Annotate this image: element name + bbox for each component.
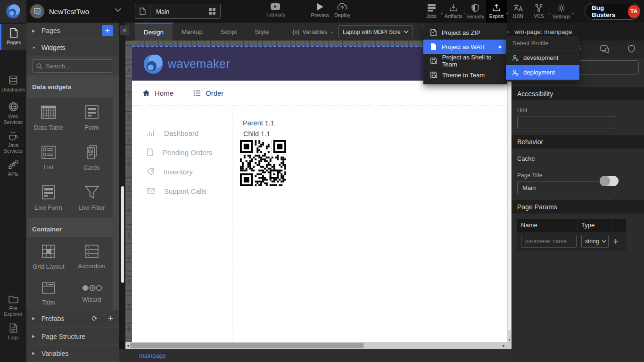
sidenav-dashboard[interactable]: Dashboard	[132, 123, 232, 142]
widget-accordion[interactable]: Accordion	[70, 237, 113, 277]
widget-cards[interactable]: Cards	[70, 138, 113, 178]
wavemaker-logo[interactable]	[0, 0, 26, 23]
design-canvas[interactable]: wavemaker Home Order Dashboard Pending O…	[132, 46, 507, 342]
pages-section-header[interactable]: ▶ Pages +	[26, 23, 119, 39]
tab-design[interactable]: Design	[135, 23, 173, 41]
horizontal-scrollbar-thumb[interactable]	[130, 343, 363, 348]
refresh-prefabs-icon[interactable]: ⟳	[91, 314, 98, 323]
left-rail: Pages Databases Web Services Java Servic…	[0, 23, 26, 362]
selected-widget-title: wm-page: mainpage	[514, 28, 572, 35]
pages-grid-icon[interactable]	[208, 8, 216, 15]
rail-item-logs[interactable]: Logs	[0, 320, 26, 340]
variables-button[interactable]: {x} Variables ⌄	[292, 23, 334, 41]
tutorials-button[interactable]: Tutorials	[260, 3, 290, 17]
tab-style[interactable]: Style	[246, 23, 278, 41]
child-label[interactable]: Child 1.1	[243, 130, 270, 138]
menu-item-project-as-zip[interactable]: Project as ZIP	[423, 25, 507, 40]
param-type-select[interactable]: string	[581, 235, 609, 248]
scroll-right-arrow-icon[interactable]: ▸	[503, 343, 505, 348]
canvas-vertical-scrollbar[interactable]: ▾	[507, 41, 512, 342]
security-menu[interactable]: Security	[464, 0, 486, 23]
sidenav-pending-orders[interactable]: Pending Orders	[132, 143, 232, 162]
widget-data-table[interactable]: Data Table	[27, 98, 70, 138]
widget-live-form[interactable]: Live Form	[27, 178, 70, 218]
widget-search-input[interactable]	[46, 63, 102, 70]
widget-live-filter[interactable]: Live Filter	[70, 178, 113, 218]
shield-icon	[471, 4, 479, 12]
rail-item-apis[interactable]: APIs	[0, 156, 26, 177]
rail-item-web-services[interactable]: Web Services	[0, 98, 26, 125]
profile-development[interactable]: development	[506, 50, 579, 65]
widget-form[interactable]: Form	[70, 98, 113, 138]
param-name-field[interactable]	[521, 235, 577, 248]
settings-menu[interactable]: Settings ⌄	[550, 0, 573, 23]
scroll-down-arrow-icon[interactable]: ▾	[507, 337, 512, 342]
widget-wizard[interactable]: Wizard	[70, 277, 113, 310]
widget-list[interactable]: List	[27, 138, 70, 178]
tab-script[interactable]: Script	[212, 23, 246, 41]
widget-tabs[interactable]: Tabs	[27, 277, 70, 310]
security-shield-icon[interactable]	[628, 45, 635, 53]
i18n-menu[interactable]: I18N	[508, 0, 528, 23]
artifacts-menu[interactable]: Artifacts ⌄	[443, 0, 464, 23]
sidenav-inventory[interactable]: Inventory	[132, 162, 232, 181]
device-select[interactable]: Laptop with MDPI Screen	[339, 25, 413, 38]
panel-divider	[119, 23, 125, 342]
page-structure-section-header[interactable]: ▶ Page Structure	[26, 328, 119, 345]
rail-item-pages[interactable]: Pages	[0, 24, 26, 50]
hint-field[interactable]	[517, 116, 616, 129]
prefabs-section-header[interactable]: ▶ Prefabs ⟳ +	[26, 310, 119, 327]
variables-section-header[interactable]: ▶ Variables	[26, 345, 119, 362]
hint-input[interactable]	[518, 116, 616, 129]
add-param-button[interactable]: +	[613, 236, 619, 247]
add-page-button[interactable]: +	[102, 25, 113, 36]
rail-item-java-services[interactable]: Java Services	[0, 127, 26, 154]
form-icon	[84, 105, 99, 120]
profile-deployment[interactable]: deployment	[506, 65, 579, 80]
menu-item-project-as-shell[interactable]: Project as Shell to Team	[423, 54, 507, 68]
jobs-menu[interactable]: Jobs ⌄	[421, 0, 442, 23]
panel-scrollbar[interactable]	[121, 186, 124, 283]
sidenav-support-calls[interactable]: Support Calls	[132, 181, 232, 200]
vertical-scrollbar-thumb[interactable]	[508, 41, 511, 330]
home-icon	[142, 90, 150, 97]
section-behavior[interactable]: Behavior	[512, 135, 644, 148]
brand-name: wavemaker	[168, 57, 230, 71]
collapse-panel-button[interactable]: «	[120, 25, 129, 35]
page-topnav: Home Order	[132, 81, 507, 106]
list-icon	[41, 145, 57, 159]
menu-item-project-as-war[interactable]: Project as WAR ▶	[423, 40, 507, 54]
section-page-params[interactable]: Page Params	[512, 200, 644, 214]
widget-search[interactable]	[32, 59, 113, 73]
parent-label[interactable]: Parent 1.1	[243, 119, 274, 127]
canvas-horizontal-scrollbar[interactable]: ◂ ▸	[125, 342, 512, 349]
scroll-left-arrow-icon[interactable]: ◂	[127, 343, 129, 348]
rail-item-databases[interactable]: Databases	[0, 72, 26, 92]
nav-home[interactable]: Home	[142, 89, 173, 97]
menu-item-theme-to-team[interactable]: Theme to Team	[423, 68, 507, 82]
team-user-button[interactable]: Bug Busters TA	[585, 3, 640, 20]
project-switcher[interactable]: NewTestTwo	[30, 0, 89, 23]
deploy-button[interactable]: Deploy	[330, 3, 354, 18]
widget-grid-layout[interactable]: Grid Layout	[27, 237, 70, 277]
user-avatar[interactable]: TA	[628, 5, 640, 18]
cache-toggle[interactable]	[600, 176, 619, 186]
devices-icon[interactable]	[600, 45, 610, 53]
rail-item-file-explorer[interactable]: File Explorer	[0, 291, 26, 317]
wavemaker-studio: NewTestTwo Main Tutorials Preview Deploy	[0, 0, 644, 362]
param-name-input[interactable]	[521, 235, 576, 247]
section-accessibility[interactable]: Accessibility	[512, 87, 644, 100]
vcs-menu[interactable]: VCS ⌄	[528, 0, 549, 23]
envelope-icon	[147, 188, 155, 194]
export-menu-button[interactable]: Export ⌄	[486, 0, 507, 23]
nav-order[interactable]: Order	[193, 89, 223, 97]
open-page-tab[interactable]: Main	[135, 4, 221, 19]
statusbar-page-link[interactable]: mainpage	[139, 352, 166, 359]
widgets-section-header[interactable]: ▼ Widgets	[26, 40, 119, 56]
accordion-icon	[84, 244, 99, 258]
widget-grid-container: Grid Layout Accordion Tabs Wizard	[26, 237, 119, 310]
preview-button[interactable]: Preview	[309, 3, 331, 18]
project-chevron-down-icon[interactable]	[115, 8, 121, 12]
tab-markup[interactable]: Markup	[173, 23, 212, 41]
add-prefab-icon[interactable]: +	[108, 313, 113, 324]
